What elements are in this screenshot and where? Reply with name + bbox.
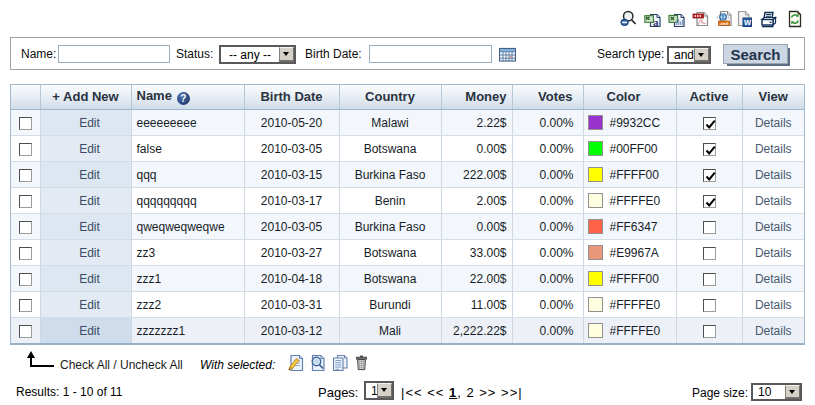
svg-text:W: W [744, 18, 752, 27]
svg-text:a: a [653, 16, 659, 28]
svg-text:.xml: .xml [719, 21, 728, 26]
